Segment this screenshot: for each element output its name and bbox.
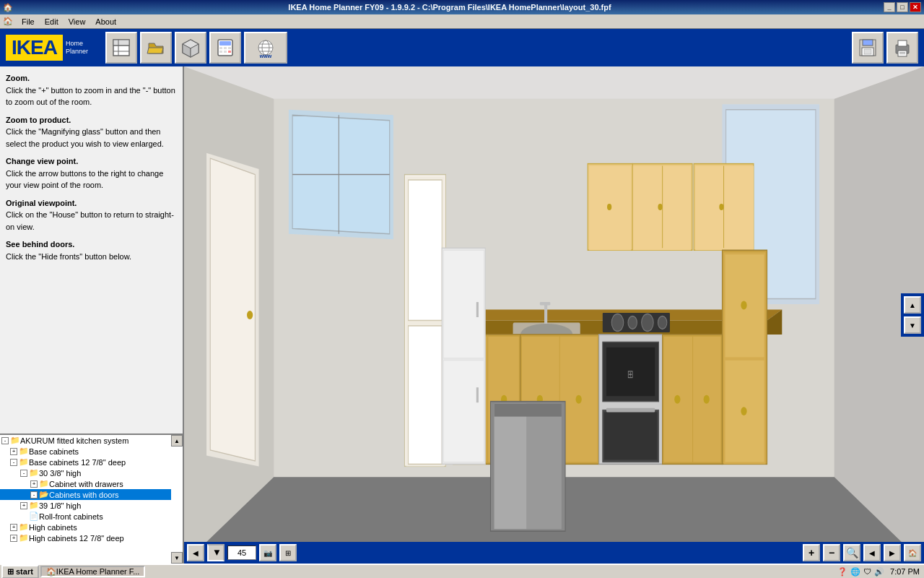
help-zoom-product-title: Zoom to product. [6,116,71,124]
viewport-3d[interactable]: ⊞ [184,66,924,564]
tree-label-akurum: AKURUM fitted kitchen system [20,436,128,445]
tree-label-base-deep: Base cabinets 12 7/8" deep [29,458,126,467]
tree-expand-base[interactable]: + [10,448,17,455]
tree-item-doors[interactable]: - 📂 Cabinets with doors [0,489,171,500]
toolbar-right-buttons [852,32,918,64]
zoom-product-button[interactable]: 🔍 [843,544,860,561]
maximize-button[interactable]: □ [897,2,908,12]
home-planner-label: HomePlanner [66,40,88,56]
tree-label-high: High cabinets [29,523,77,532]
svg-point-95 [704,395,710,404]
reset-view-button[interactable]: ⊞ [279,544,297,561]
angle-input[interactable]: 45 [227,545,256,560]
svg-point-105 [741,407,746,415]
zoom-in-button[interactable]: + [803,544,820,561]
viewport-up-button[interactable]: ▲ [904,296,921,314]
tree-expand-drawers[interactable]: + [30,480,38,488]
tree-expand-39[interactable]: + [20,502,27,509]
start-button[interactable]: ⊞ start [1,565,39,579]
svg-text:www: www [259,53,272,58]
svg-rect-10 [219,41,231,46]
svg-point-94 [674,395,680,404]
toolbar-open-button[interactable] [140,32,172,64]
toolbar-save-button[interactable] [852,32,884,64]
toolbar-calc-button[interactable] [209,32,241,64]
tree-item-roll-front[interactable]: 📄 Roll-front cabinets [0,511,171,522]
tree-expand-30[interactable]: - [20,470,27,477]
viewport-down-button[interactable]: ▼ [904,316,921,334]
tree-label-high-deep: High cabinets 12 7/8" deep [29,534,124,543]
help-change-view-title: Change view point. [6,157,78,165]
tree-label-base: Base cabinets [29,447,79,456]
tree-label-doors: Cabinets with doors [49,491,119,499]
svg-point-72 [642,314,654,332]
screenshot-button[interactable]: 📷 [259,544,276,561]
tree-item-high-deep[interactable]: + 📁 High cabinets 12 7/8" deep [0,532,171,543]
arrow-right-button[interactable]: ▶ [884,544,901,561]
help-text-panel: Zoom. Click the "+" button to zoom in an… [0,66,183,434]
menu-about[interactable]: About [91,16,121,27]
taskbar-app-item[interactable]: 🏠 IKEA Home Planner F... [40,566,146,577]
tree-expand-high[interactable]: + [10,524,17,531]
home-button[interactable]: 🏠 [904,544,921,561]
taskbar-clock: 7:07 PM [887,567,923,576]
taskbar-volume-icon: 🔊 [874,567,884,577]
svg-point-104 [741,301,746,310]
arrow-left-button[interactable]: ◀ [863,544,881,561]
help-see-behind-title: See behind doors. [6,240,74,249]
tree-scroll-up[interactable]: ▲ [171,435,183,447]
help-original-view-title: Original viewpoint. [6,199,77,207]
tree-item-drawers[interactable]: + 📁 Cabinet with drawers [0,478,171,489]
minimize-button[interactable]: _ [884,2,895,12]
menubar: 🏠 File Edit View About [0,14,924,29]
toolbar-www-button[interactable]: www [244,32,287,64]
toolbar-2d-button[interactable] [105,32,137,64]
tree-item-base-cabinets-deep[interactable]: - 📁 Base cabinets 12 7/8" deep [0,457,171,467]
svg-rect-54 [695,166,754,251]
svg-point-61 [607,204,611,210]
menu-file[interactable]: File [17,16,39,27]
taskbar-help-icon[interactable]: ❓ [837,567,847,577]
tree-item-akurum[interactable]: - 📁 AKURUM fitted kitchen system [0,435,171,446]
help-zoom-product: Zoom to product. Click the "Magnifying g… [6,114,177,150]
tree-item-30-high[interactable]: - 📁 30 3/8" high [0,467,171,478]
tree-item-base-cabinets[interactable]: + 📁 Base cabinets [0,446,171,457]
svg-rect-28 [898,40,907,46]
svg-marker-37 [184,66,924,99]
svg-marker-39 [210,158,255,461]
app-icon: 🏠 [3,3,13,12]
help-change-view-body: Click the arrow buttons to the right to … [6,169,163,190]
svg-point-71 [628,316,637,329]
svg-rect-99 [494,404,562,417]
tree-item-39-high[interactable]: + 📁 39 1/8" high [0,500,171,511]
tree-item-high[interactable]: + 📁 High cabinets [0,522,171,532]
tree-expand-doors[interactable]: - [30,491,38,499]
svg-rect-109 [476,302,479,317]
toolbar-print-button[interactable] [886,32,918,64]
menu-view[interactable]: View [64,16,90,27]
taskbar-security-icon: 🛡 [863,567,871,576]
close-button[interactable]: ✕ [910,2,921,12]
svg-point-70 [611,314,624,332]
zoom-out-button[interactable]: − [823,544,840,561]
rotate-up-button[interactable]: ◀ [207,544,225,561]
menu-edit[interactable]: Edit [40,16,63,27]
taskbar-network-icon: 🌐 [850,567,860,577]
help-zoom-body: Click the "+" button to zoom in and the … [6,86,175,107]
toolbar-3d-button[interactable] [175,32,206,64]
titlebar-title: IKEA Home Planner FY09 - 1.9.9.2 - C:\Pr… [288,3,611,12]
help-zoom-product-body: Click the "Magnifying glass" button and … [6,127,164,148]
help-see-behind: See behind doors. Click the "Hide fronts… [6,238,177,262]
svg-rect-15 [224,51,227,53]
rotate-left-button[interactable]: ◀ [187,544,204,561]
tree-label-39: 39 1/8" high [39,501,81,510]
tree-expand-akurum[interactable]: - [1,437,9,444]
svg-rect-30 [899,52,905,53]
zoom-controls: + − 🔍 ◀ ▶ 🏠 [803,544,921,561]
svg-rect-90 [606,408,655,413]
svg-rect-1 [113,40,129,46]
svg-point-73 [658,316,666,329]
tree-expand-base-deep[interactable]: - [10,459,17,466]
tree-expand-high-deep[interactable]: + [10,535,17,542]
tree-scroll-down[interactable]: ▼ [171,552,183,564]
